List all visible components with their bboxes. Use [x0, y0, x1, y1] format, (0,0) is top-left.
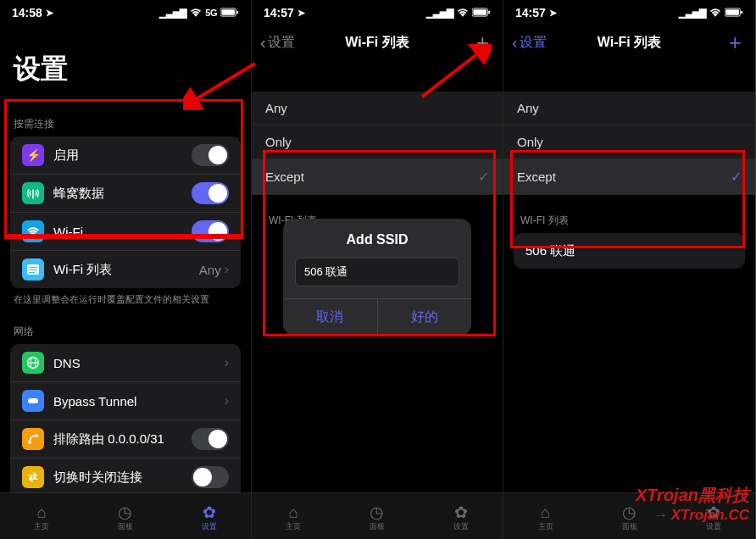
option-only[interactable]: Only [252, 125, 503, 159]
nav-back-button[interactable]: ‹ 设置 [512, 34, 547, 52]
ssid-input[interactable]: 506 联通 [295, 258, 459, 286]
tab-bar: ⌂主页 ◷面板 ✿设置 [0, 492, 251, 539]
nav-back-button[interactable]: ‹ 设置 [260, 34, 295, 52]
row-bypass[interactable]: Bypass Tunnel › [10, 382, 241, 420]
toggle-wifi[interactable] [192, 220, 229, 242]
svg-rect-15 [473, 9, 486, 14]
tab-panel[interactable]: ◷面板 [622, 504, 637, 532]
toggle-cellular[interactable] [192, 182, 229, 204]
location-icon: ➤ [46, 8, 53, 19]
status-bar: 14:57 ➤ ▁▃▅▇ [503, 0, 755, 24]
row-label: 排除路由 0.0.0.0/31 [53, 431, 192, 447]
option-except[interactable]: Except ✓ [252, 159, 503, 195]
chevron-left-icon: ‹ [512, 34, 518, 51]
antenna-icon [22, 182, 44, 204]
wifi-status-icon [457, 8, 469, 19]
toggle-close-on-switch[interactable] [192, 466, 229, 488]
ssid-row[interactable]: 506 联通 [514, 233, 745, 269]
row-wifi-list[interactable]: Wi-Fi 列表 Any › [10, 251, 241, 288]
signal-bars-icon: ▁▃▅▇ [426, 8, 453, 19]
row-exclude[interactable]: 排除路由 0.0.0.0/31 [10, 420, 241, 458]
signal-bars-icon: ▁▃▅▇ [159, 8, 186, 19]
nav-bar: ‹ 设置 Wi-Fi 列表 + [503, 24, 755, 61]
wifi-status-icon [709, 8, 721, 19]
battery-icon [472, 8, 491, 19]
tab-settings[interactable]: ✿设置 [706, 504, 721, 532]
status-time: 14:57 [264, 6, 294, 19]
tab-bar: ⌂主页 ◷面板 ✿设置 [503, 492, 755, 539]
gear-icon: ✿ [454, 504, 468, 520]
chevron-right-icon: › [225, 393, 229, 408]
row-close-on-switch[interactable]: 切换时关闭连接 [10, 458, 241, 492]
phone-wifi-list-dialog: 14:57 ➤ ▁▃▅▇ ‹ 设置 Wi-Fi 列表 + Any Only Ex… [252, 0, 503, 539]
wifi-icon [22, 220, 44, 242]
status-bar: 14:58 ➤ ▁▃▅▇ 5G [0, 0, 251, 24]
option-except[interactable]: Except ✓ [503, 159, 755, 195]
svg-rect-10 [28, 398, 38, 403]
row-enable[interactable]: ⚡ 启用 [10, 136, 241, 175]
row-value: Any [199, 263, 221, 277]
svg-rect-5 [29, 270, 37, 270]
svg-rect-16 [488, 10, 490, 14]
svg-rect-18 [725, 9, 739, 14]
row-cellular[interactable]: 蜂窝数据 [10, 175, 241, 213]
tab-panel[interactable]: ◷面板 [370, 504, 385, 532]
gauge-icon: ◷ [118, 504, 132, 520]
row-dns[interactable]: DNS › [10, 344, 241, 382]
toggle-exclude[interactable] [192, 428, 229, 450]
svg-rect-4 [29, 267, 37, 268]
nav-title: Wi-Fi 列表 [598, 34, 661, 52]
nav-add-button[interactable]: + [471, 31, 494, 53]
gauge-icon: ◷ [370, 504, 384, 520]
tab-settings[interactable]: ✿设置 [453, 504, 469, 532]
row-label: DNS [53, 356, 225, 370]
check-icon: ✓ [731, 169, 742, 185]
signal-bars-icon: ▁▃▅▇ [679, 8, 706, 19]
page-title: 设置 [0, 24, 251, 102]
option-only[interactable]: Only [503, 125, 755, 159]
svg-rect-2 [236, 10, 238, 14]
chevron-right-icon: › [225, 262, 229, 277]
dialog-ok-button[interactable]: 好的 [378, 299, 472, 336]
tab-settings[interactable]: ✿设置 [202, 504, 217, 532]
tab-home[interactable]: ⌂主页 [286, 504, 301, 532]
phone-wifi-list-result: 14:57 ➤ ▁▃▅▇ ‹ 设置 Wi-Fi 列表 + Any Only Ex… [503, 0, 755, 539]
status-time: 14:58 [12, 6, 42, 19]
chevron-left-icon: ‹ [260, 34, 266, 51]
tab-home[interactable]: ⌂主页 [538, 504, 553, 532]
bolt-icon: ⚡ [22, 144, 44, 166]
section-header-net: 网络 [0, 309, 251, 344]
svg-rect-1 [221, 9, 235, 14]
svg-rect-19 [741, 10, 742, 14]
chevron-right-icon: › [225, 355, 229, 370]
nav-title: Wi-Fi 列表 [345, 34, 409, 52]
row-label: 启用 [53, 147, 192, 164]
dialog-cancel-button[interactable]: 取消 [283, 299, 378, 336]
tab-home[interactable]: ⌂主页 [34, 504, 49, 532]
row-label: Bypass Tunnel [53, 394, 225, 408]
tab-panel[interactable]: ◷面板 [118, 504, 133, 532]
option-any[interactable]: Any [503, 92, 755, 125]
nav-add-button[interactable]: + [724, 31, 747, 53]
svg-rect-6 [29, 272, 35, 273]
gauge-icon: ◷ [622, 504, 636, 520]
route-icon [22, 428, 44, 450]
tunnel-icon [22, 390, 44, 412]
section-header-list: WI-FI 列表 [503, 195, 755, 233]
home-icon: ⌂ [289, 504, 298, 520]
network-type: 5G [205, 8, 217, 18]
wifi-status-icon [190, 8, 202, 19]
list-icon [22, 258, 44, 281]
toggle-enable[interactable] [192, 144, 229, 166]
section-footer-conn: 在这里调整会在运行时覆盖配置文件的相关设置 [0, 288, 251, 309]
row-wifi[interactable]: Wi-Fi [10, 213, 241, 251]
globe-icon [22, 352, 44, 374]
option-any[interactable]: Any [252, 92, 503, 125]
row-label: Wi-Fi 列表 [53, 262, 199, 278]
home-icon: ⌂ [37, 504, 47, 520]
phone-settings-main: 14:58 ➤ ▁▃▅▇ 5G 设置 按需连接 ⚡ 启用 [0, 0, 252, 539]
battery-icon [725, 8, 743, 19]
add-ssid-dialog: Add SSID 506 联通 取消 好的 [283, 219, 471, 336]
nav-bar: ‹ 设置 Wi-Fi 列表 + [252, 24, 503, 61]
tab-bar: ⌂主页 ◷面板 ✿设置 [252, 492, 503, 539]
